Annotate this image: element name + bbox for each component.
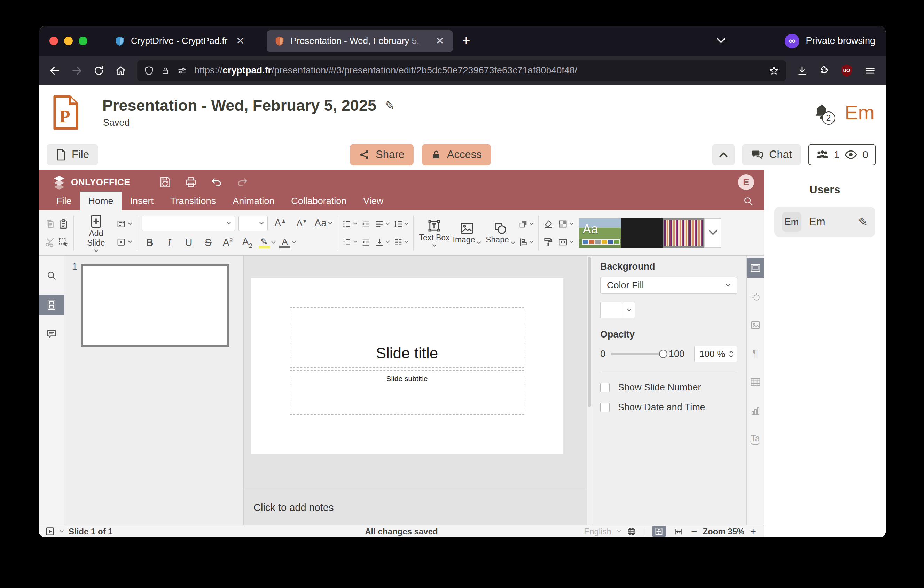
slide-thumbnail[interactable] bbox=[81, 264, 229, 347]
tracking-protection-shield-icon[interactable] bbox=[144, 66, 154, 76]
list-all-tabs-chevron-icon[interactable] bbox=[716, 38, 726, 44]
italic-icon[interactable]: I bbox=[161, 237, 177, 248]
language-select[interactable]: English bbox=[584, 527, 611, 537]
slide-subtitle-placeholder[interactable]: Slide subtitle bbox=[290, 370, 524, 415]
copy-icon[interactable] bbox=[45, 219, 55, 229]
textart-settings-tab[interactable]: Ta bbox=[747, 429, 764, 449]
minimize-window-button[interactable] bbox=[64, 36, 73, 45]
image-settings-tab[interactable] bbox=[747, 315, 764, 335]
paragraph-settings-tab[interactable]: ¶ bbox=[747, 344, 764, 364]
close-window-button[interactable] bbox=[50, 36, 58, 45]
decrease-font-size-icon[interactable]: A▼ bbox=[293, 218, 311, 228]
fill-color-swatch[interactable] bbox=[600, 302, 624, 318]
file-button[interactable]: File bbox=[47, 144, 98, 165]
start-slideshow-statusbar-icon[interactable] bbox=[45, 527, 54, 536]
menu-tab-insert[interactable]: Insert bbox=[122, 192, 162, 210]
permissions-icon[interactable] bbox=[177, 66, 187, 76]
notes-area[interactable]: Click to add notes bbox=[244, 490, 587, 525]
theme-classic-thumbnail[interactable]: Aa bbox=[579, 218, 621, 248]
menu-tab-transitions[interactable]: Transitions bbox=[162, 192, 224, 210]
fill-color-control[interactable] bbox=[600, 302, 738, 318]
shape-button[interactable]: Shape bbox=[483, 221, 517, 244]
ublock-origin-icon[interactable]: uO bbox=[840, 63, 854, 78]
menu-hamburger-icon[interactable] bbox=[864, 65, 876, 77]
extensions-puzzle-icon[interactable] bbox=[818, 65, 829, 76]
undo-icon[interactable] bbox=[210, 176, 223, 188]
forward-icon[interactable] bbox=[71, 65, 83, 77]
reload-icon[interactable] bbox=[93, 65, 104, 76]
zoom-out-button[interactable]: − bbox=[691, 526, 697, 537]
spinner-down-icon[interactable] bbox=[729, 355, 734, 358]
cut-icon[interactable] bbox=[45, 236, 56, 248]
columns-icon[interactable] bbox=[393, 237, 409, 247]
share-button[interactable]: Share bbox=[350, 144, 414, 165]
save-icon[interactable] bbox=[159, 175, 171, 189]
horizontal-align-icon[interactable] bbox=[375, 219, 390, 229]
tab-close-icon[interactable]: ✕ bbox=[233, 35, 247, 47]
account-avatar[interactable]: Em bbox=[845, 101, 875, 124]
theme-dark-thumbnail[interactable] bbox=[621, 218, 663, 248]
url-text[interactable]: https://cryptpad.fr/presentation/#/3/pre… bbox=[194, 65, 762, 76]
start-slideshow-button[interactable] bbox=[116, 237, 132, 247]
background-fill-select[interactable]: Color Fill bbox=[600, 277, 738, 294]
tab-close-icon[interactable]: ✕ bbox=[433, 35, 447, 47]
collapse-toolbar-button[interactable] bbox=[712, 144, 735, 165]
highlight-color-icon[interactable]: ✎ bbox=[259, 237, 276, 248]
slide-title-placeholder[interactable]: Slide title bbox=[290, 307, 524, 368]
select-all-icon[interactable] bbox=[58, 236, 69, 248]
spellcheck-globe-icon[interactable] bbox=[627, 527, 637, 537]
notifications-button[interactable]: 2 bbox=[813, 104, 830, 121]
show-slide-number-checkbox[interactable] bbox=[600, 383, 610, 392]
url-bar[interactable]: https://cryptpad.fr/presentation/#/3/pre… bbox=[137, 60, 786, 81]
fit-to-slide-button[interactable] bbox=[652, 526, 666, 537]
tab-cryptdrive[interactable]: CryptDrive - CryptPad.fr ✕ bbox=[115, 35, 247, 47]
copy-style-icon[interactable] bbox=[543, 237, 554, 247]
vertical-align-icon[interactable] bbox=[375, 237, 390, 247]
align-shape-button[interactable] bbox=[518, 237, 534, 247]
menu-tab-collaboration[interactable]: Collaboration bbox=[283, 192, 355, 210]
find-panel-button[interactable] bbox=[39, 266, 64, 286]
editor-search-icon[interactable] bbox=[743, 196, 753, 206]
access-button[interactable]: Access bbox=[422, 144, 491, 165]
menu-tab-animation[interactable]: Animation bbox=[224, 192, 283, 210]
show-date-time-row[interactable]: Show Date and Time bbox=[600, 402, 738, 413]
opacity-spinner[interactable]: 100 % bbox=[694, 345, 738, 362]
image-button[interactable]: Image bbox=[450, 221, 483, 244]
zoom-in-button[interactable]: + bbox=[750, 526, 756, 537]
home-icon[interactable] bbox=[115, 65, 127, 77]
increase-font-size-icon[interactable]: A▲ bbox=[271, 217, 289, 229]
theme-stripes-thumbnail[interactable] bbox=[663, 218, 704, 248]
canvas-scrollbar[interactable] bbox=[587, 256, 592, 525]
shape-settings-tab[interactable] bbox=[747, 286, 764, 307]
show-date-time-checkbox[interactable] bbox=[600, 403, 610, 412]
numbering-icon[interactable] bbox=[342, 237, 357, 247]
slide-layout-button[interactable] bbox=[116, 219, 132, 229]
line-spacing-icon[interactable] bbox=[393, 219, 409, 229]
bold-icon[interactable]: B bbox=[142, 237, 158, 248]
font-name-select[interactable] bbox=[142, 216, 235, 231]
slide-canvas[interactable]: Slide title Slide subtitle bbox=[251, 278, 563, 454]
language-chevron-icon[interactable] bbox=[617, 530, 621, 533]
opacity-slider-knob[interactable] bbox=[659, 350, 667, 358]
zoom-window-button[interactable] bbox=[79, 36, 87, 45]
chat-button[interactable]: Chat bbox=[742, 144, 801, 165]
decrease-indent-icon[interactable] bbox=[361, 219, 371, 229]
edit-user-name-icon[interactable]: ✎ bbox=[858, 215, 868, 228]
downloads-icon[interactable] bbox=[797, 65, 808, 76]
menu-tab-file[interactable]: File bbox=[48, 192, 80, 210]
document-title[interactable]: Presentation - Wed, February 5, 2025 bbox=[102, 96, 376, 115]
paste-icon[interactable] bbox=[58, 218, 69, 230]
slide-canvas-area[interactable]: Slide title Slide subtitle bbox=[244, 256, 587, 490]
slide-settings-tab[interactable] bbox=[747, 258, 764, 278]
show-slide-number-row[interactable]: Show Slide Number bbox=[600, 382, 738, 393]
font-size-select[interactable] bbox=[239, 216, 268, 231]
slide-fill-button[interactable] bbox=[558, 219, 574, 229]
text-box-button[interactable]: Text Box bbox=[418, 218, 450, 247]
connection-lock-icon[interactable] bbox=[161, 66, 170, 76]
slides-panel-button[interactable] bbox=[39, 295, 64, 315]
themes-expand-button[interactable] bbox=[705, 218, 721, 248]
back-icon[interactable] bbox=[49, 65, 61, 77]
fill-color-chevron-icon[interactable] bbox=[624, 302, 635, 318]
redo-icon[interactable] bbox=[236, 176, 249, 188]
table-settings-tab[interactable] bbox=[747, 372, 764, 392]
